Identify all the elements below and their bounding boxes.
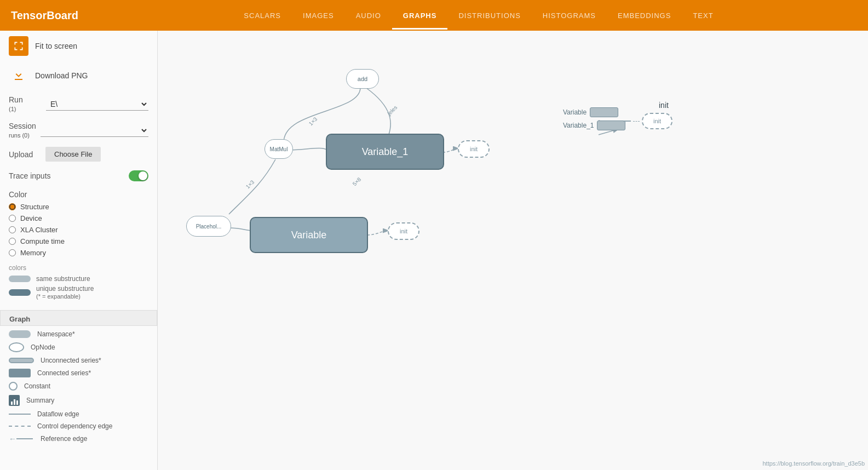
download-png-label: Download PNG bbox=[35, 71, 88, 80]
color-device-radio[interactable] bbox=[9, 215, 16, 222]
trace-inputs-row: Trace inputs bbox=[0, 166, 157, 186]
color-structure-radio[interactable] bbox=[9, 203, 16, 210]
legend-variable1-label: Variable_1 bbox=[563, 122, 594, 129]
color-xla-row[interactable]: XLA Cluster bbox=[0, 224, 157, 236]
fit-to-screen-button[interactable]: Fit to screen bbox=[0, 31, 157, 61]
node-variable1[interactable]: Variable_1 bbox=[326, 134, 444, 170]
legend-summary: Summary bbox=[0, 393, 157, 408]
fit-screen-icon bbox=[9, 36, 28, 56]
colors-legend-section: colors same substructure unique substruc… bbox=[0, 259, 157, 308]
main-layout: Fit to screen Download PNG Run(1) E\ Ses… bbox=[0, 31, 868, 470]
color-compute-row[interactable]: Compute time bbox=[0, 236, 157, 247]
top-navigation: TensorBoard SCALARS IMAGES AUDIO GRAPHS … bbox=[0, 0, 868, 31]
node-placeholder[interactable]: Placehol... bbox=[186, 216, 231, 237]
node-add-label: add bbox=[358, 76, 367, 82]
init-title: init bbox=[659, 101, 669, 110]
color-structure-row[interactable]: Structure bbox=[0, 201, 157, 213]
node-variable[interactable]: Variable bbox=[250, 217, 368, 253]
nav-images[interactable]: IMAGES bbox=[292, 2, 345, 30]
connected-label: Connected series* bbox=[37, 369, 91, 377]
color-compute-label: Compute time bbox=[20, 237, 65, 245]
namespace-label: Namespace* bbox=[37, 330, 75, 338]
reference-edge-icon: ← bbox=[9, 434, 34, 443]
summary-icon bbox=[9, 395, 20, 406]
nav-text[interactable]: TEXT bbox=[682, 2, 724, 30]
dataflow-edge-icon bbox=[9, 414, 31, 415]
legend-dataflow: Dataflow edge bbox=[0, 408, 157, 420]
color-label: Color bbox=[0, 186, 157, 201]
nav-scalars[interactable]: SCALARS bbox=[233, 2, 292, 30]
session-runs-select[interactable] bbox=[41, 124, 148, 137]
node-matmul-label: MatMul bbox=[270, 146, 288, 152]
color-same-item: same substructure bbox=[9, 275, 148, 283]
colors-title: colors bbox=[9, 264, 26, 272]
connected-icon bbox=[9, 369, 31, 377]
toggle-knob bbox=[139, 171, 147, 180]
legend-connected: Connected series* bbox=[0, 366, 157, 380]
nav-graphs[interactable]: GRAPHS bbox=[392, 2, 448, 30]
summary-label: Summary bbox=[26, 397, 54, 404]
session-runs-row: Sessionruns (0) bbox=[0, 118, 157, 142]
node-init2-label: init bbox=[400, 228, 407, 234]
node-init-legend-label: init bbox=[653, 118, 661, 124]
legend-variable-label: Variable bbox=[563, 108, 587, 116]
choose-file-button[interactable]: Choose File bbox=[45, 147, 101, 162]
legend-reference: ← Reference edge bbox=[0, 432, 157, 445]
nav-links: SCALARS IMAGES AUDIO GRAPHS DISTRIBUTION… bbox=[100, 2, 857, 30]
upload-row: Upload Choose File bbox=[0, 142, 157, 166]
color-device-row[interactable]: Device bbox=[0, 213, 157, 224]
nav-audio[interactable]: AUDIO bbox=[345, 2, 392, 30]
color-memory-radio[interactable] bbox=[9, 249, 16, 256]
legend-control: Control dependency edge bbox=[0, 420, 157, 432]
brand-logo: TensorBoard bbox=[11, 9, 78, 22]
color-xla-radio[interactable] bbox=[9, 226, 16, 233]
legend-variable1-box bbox=[597, 121, 625, 130]
node-add[interactable]: add bbox=[346, 69, 379, 89]
download-icon bbox=[9, 66, 28, 85]
node-init1-label: init bbox=[470, 146, 478, 152]
legend-opnode: OpNode bbox=[0, 340, 157, 354]
unconnected-icon bbox=[9, 358, 34, 363]
opnode-label: OpNode bbox=[31, 343, 55, 351]
constant-label: Constant bbox=[24, 382, 50, 390]
color-structure-label: Structure bbox=[20, 203, 49, 211]
nav-distributions[interactable]: DISTRIBUTIONS bbox=[447, 2, 531, 30]
namespace-icon bbox=[9, 330, 31, 338]
nav-embeddings[interactable]: EMBEDDINGS bbox=[607, 2, 682, 30]
edge-label-jeles: jeles bbox=[386, 104, 398, 116]
legend-variable-box bbox=[590, 107, 618, 117]
nav-histograms[interactable]: HISTOGRAMS bbox=[532, 2, 607, 30]
trace-inputs-toggle[interactable] bbox=[129, 170, 148, 181]
legend-unconnected: Unconnected series* bbox=[0, 354, 157, 366]
run-label: Run(1) bbox=[9, 95, 42, 113]
download-png-button[interactable]: Download PNG bbox=[0, 61, 157, 90]
legend-constant: Constant bbox=[0, 380, 157, 393]
color-unique-badge bbox=[9, 289, 31, 296]
graph-section-title: Graph bbox=[0, 310, 157, 326]
run-row: Run(1) E\ bbox=[0, 90, 157, 118]
node-variable1-label: Variable_1 bbox=[362, 146, 409, 158]
color-compute-radio[interactable] bbox=[9, 238, 16, 245]
color-unique-label: unique substructure(* = expandable) bbox=[36, 285, 94, 300]
node-init-legend[interactable]: init bbox=[642, 113, 672, 129]
color-memory-row[interactable]: Memory bbox=[0, 247, 157, 259]
init-legend-area: init bbox=[623, 113, 672, 129]
control-label: Control dependency edge bbox=[37, 422, 112, 430]
fit-to-screen-label: Fit to screen bbox=[35, 42, 77, 50]
edge-label-5x8: 5×8 bbox=[352, 176, 363, 187]
control-edge-icon bbox=[9, 426, 31, 427]
node-init1[interactable]: init bbox=[458, 140, 490, 158]
color-same-badge bbox=[9, 276, 31, 282]
node-placeholder-label: Placehol... bbox=[196, 223, 222, 230]
node-init2[interactable]: init bbox=[388, 222, 419, 240]
dataflow-label: Dataflow edge bbox=[37, 410, 79, 418]
color-same-label: same substructure bbox=[36, 275, 90, 283]
run-select[interactable]: E\ bbox=[46, 98, 148, 111]
node-matmul[interactable]: MatMul bbox=[265, 139, 293, 159]
graph-canvas[interactable]: 1×3 jeles 1×3 5×8 add MatMul Variable_1 … bbox=[158, 31, 868, 470]
session-runs-label: Sessionruns (0) bbox=[9, 122, 36, 139]
sidebar: Fit to screen Download PNG Run(1) E\ Ses… bbox=[0, 31, 158, 470]
unconnected-label: Unconnected series* bbox=[41, 357, 101, 364]
upload-label: Upload bbox=[9, 150, 39, 159]
edge-label-1x3: 1×3 bbox=[308, 116, 319, 127]
